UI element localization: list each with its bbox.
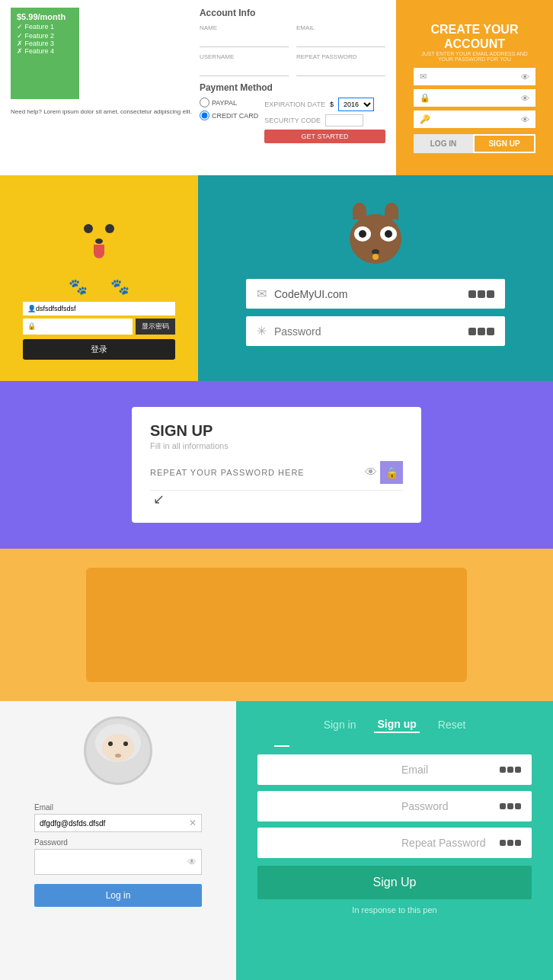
yellow-password-input[interactable] [36, 322, 128, 330]
repeat-password-input[interactable] [296, 65, 385, 76]
signup-button[interactable]: SIGN UP [473, 134, 535, 153]
dog-tongue [94, 245, 104, 258]
teal-signup-email-field: Email [257, 754, 532, 785]
teal-repeat-icon [500, 840, 521, 846]
plan-price: $5.99/month [17, 12, 73, 21]
username-input[interactable] [200, 65, 289, 76]
teal-signup-button[interactable]: Sign Up [257, 866, 532, 899]
teal-signup-panel: Sign in Sign up Reset Email Password Rep… [236, 701, 553, 980]
credit-radio[interactable] [200, 110, 209, 120]
password-icons-group: 👁 🔒 [365, 461, 403, 484]
login-button[interactable]: LOG IN [414, 134, 473, 153]
raccoon-pupil-left [359, 230, 366, 238]
email-clear-icon[interactable]: ✕ [189, 818, 197, 828]
dog-illustration [61, 197, 137, 274]
eye-icon-pw: 👁 [521, 94, 529, 103]
dog-body [69, 205, 129, 258]
yellow-password-row: 🔒 显示密码 [23, 319, 175, 335]
raccoon-eye-socket-left [354, 226, 371, 242]
cvv-input[interactable] [325, 114, 363, 127]
raccoon-chin [372, 254, 379, 260]
yellow-username-input[interactable] [36, 305, 171, 312]
dog-eye-right [105, 224, 114, 233]
need-help-text: Need help? Lorem ipsum dolor sit amet, c… [11, 108, 192, 115]
yellow-password-field: 🔒 [23, 319, 133, 335]
credit-option[interactable]: CREDIT CARD [200, 110, 258, 120]
field-dots-password [468, 328, 494, 335]
email-label: EMAIL [296, 24, 385, 31]
password-toggle-icon[interactable]: 👁 [187, 857, 197, 867]
eye-icon-repeat: 👁 [521, 115, 529, 124]
teal-login-panel: ✉ ✳ [198, 175, 553, 381]
response-note: In response to this pen [352, 905, 436, 914]
tab-signup[interactable]: Sign up [374, 716, 419, 733]
raccoon-illustration [345, 203, 406, 271]
teal-signup-email-input[interactable] [268, 764, 401, 776]
raccoon-head [350, 214, 401, 264]
get-started-button[interactable]: GET STARTED [264, 130, 385, 143]
repeat-password-field: 👁 🔒 [150, 461, 403, 491]
teal-password-input[interactable] [274, 325, 468, 338]
ca-email-input[interactable] [427, 73, 521, 81]
yellow-login-button[interactable]: 登录 [23, 339, 175, 360]
purple-signup-section: SIGN UP Fill in all informations 👁 🔒 ↙ [0, 381, 553, 549]
dog-paws: 🐾 🐾 [69, 277, 129, 296]
simple-email-input[interactable] [40, 819, 189, 828]
asterisk-icon-teal: ✳ [257, 324, 267, 338]
simple-password-label: Password [34, 838, 202, 847]
signup-title: SIGN UP [150, 422, 403, 440]
ca-password-input[interactable] [430, 94, 521, 102]
simple-email-label: Email [34, 803, 202, 812]
name-input[interactable] [200, 36, 289, 47]
repeat-password-placeholder-input[interactable] [150, 468, 365, 477]
teal-password-label: Password [401, 800, 494, 812]
repeat-password-label: REPEAT PASSWORD [296, 53, 385, 60]
paypal-option[interactable]: PAYPAL [200, 98, 258, 107]
show-password-button[interactable]: 显示密码 [136, 319, 175, 335]
cursor-indicator: ↙ [153, 492, 165, 507]
teal-signup-password-input[interactable] [268, 800, 401, 812]
teal-email-icon [500, 767, 521, 773]
plan-feature-4: Feature 4 [17, 47, 73, 55]
lock-icon-signup[interactable]: 🔒 [380, 461, 403, 484]
simple-login-button[interactable]: Log in [34, 884, 202, 907]
dog-nose [95, 239, 103, 244]
ca-email-field: ✉ 👁 [414, 68, 535, 85]
teal-password-icon [500, 803, 521, 809]
simple-password-wrapper: 👁 [34, 849, 202, 875]
yellow-dog-panel: 🐾 🐾 👤 🔒 显示密码 登录 [0, 175, 198, 381]
ca-repeat-password-input[interactable] [430, 116, 521, 123]
create-account-subtitle: JUST ENTER YOUR EMAIL ADDRESS AND YOUR P… [414, 51, 535, 62]
orange-section [0, 549, 553, 701]
account-info-section: Account Info NAME EMAIL USERNAME [200, 8, 385, 143]
simple-email-wrapper: ✕ [34, 814, 202, 832]
teal-signup-repeat-input[interactable] [268, 837, 401, 849]
signup-tabs: Sign in Sign up Reset [321, 716, 469, 733]
username-label: USERNAME [200, 53, 289, 60]
teal-email-input[interactable] [274, 288, 468, 300]
email-icon-teal: ✉ [257, 287, 267, 301]
tab-reset[interactable]: Reset [435, 717, 469, 732]
tab-signin[interactable]: Sign in [321, 717, 360, 732]
simple-password-input[interactable] [40, 853, 187, 871]
eye-icon-signup[interactable]: 👁 [365, 466, 377, 479]
raccoon-pupil-right [385, 230, 392, 238]
expiration-label: EXPIRATION DATE [264, 101, 325, 108]
orange-card [86, 568, 467, 682]
account-info-panel: $5.99/month Feature 1 Feature 2 Feature … [0, 0, 396, 175]
paw-right: 🐾 [110, 277, 129, 296]
paypal-radio[interactable] [200, 98, 209, 107]
email-input[interactable] [296, 36, 385, 47]
name-label: NAME [200, 24, 289, 31]
teal-signup-password-field: Password [257, 791, 532, 821]
email-icon: ✉ [420, 72, 427, 82]
lock-icon-ca: 🔒 [420, 93, 430, 103]
create-account-title: CREATE YOUR ACCOUNT [414, 22, 535, 51]
field-dots-email [468, 290, 494, 298]
pricing-plan: $5.99/month Feature 1 Feature 2 Feature … [11, 8, 79, 99]
payment-section: Payment Method PAYPAL CREDIT CARD [200, 82, 385, 143]
year-select[interactable]: 2018 2016 2017 2015 2014 2013 2005 [338, 98, 374, 111]
plan-feature-3: Feature 3 [17, 40, 73, 47]
signup-card: SIGN UP Fill in all informations 👁 🔒 ↙ [132, 407, 421, 523]
teal-repeat-label: Repeat Password [401, 837, 494, 849]
